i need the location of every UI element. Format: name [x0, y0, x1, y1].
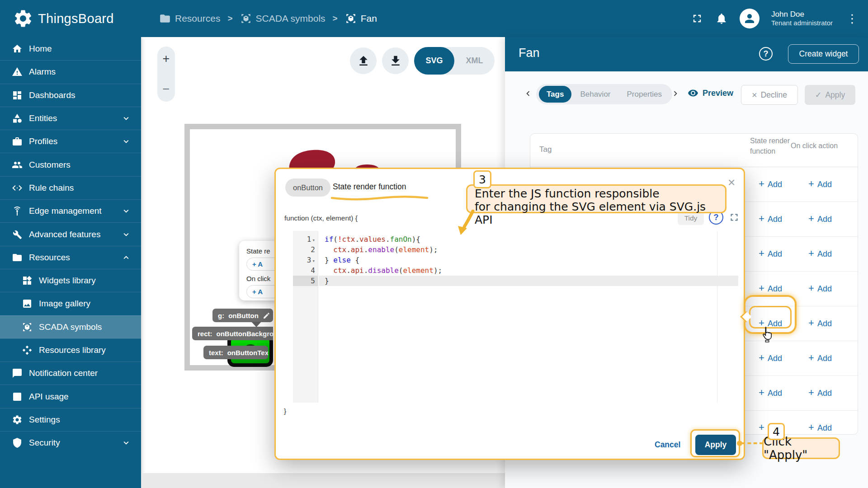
hand-cursor-icon [760, 326, 774, 343]
add-state-render-button[interactable]: +Add [748, 237, 793, 271]
fullscreen-icon[interactable] [691, 12, 703, 25]
plus-icon: + [808, 248, 814, 259]
tag-chip-rect[interactable]: rect: onButtonBackgrou [192, 327, 273, 340]
tab-tags[interactable]: Tags [539, 86, 571, 103]
cancel-button[interactable]: Cancel [655, 440, 680, 450]
sidebar-item-resources-library[interactable]: Resources library [0, 338, 141, 361]
add-state-render-button[interactable]: +Add [748, 202, 793, 236]
sidebar-item-entities[interactable]: Entities [0, 107, 141, 130]
chevron-up-icon [121, 253, 131, 263]
download-icon [389, 54, 402, 68]
add-on-click-button[interactable]: +Add [798, 376, 842, 410]
sidebar-item-alarms[interactable]: Alarms [0, 60, 141, 83]
closing-brace: } [284, 407, 286, 415]
preview-button[interactable]: Preview [688, 88, 733, 99]
plus-icon: + [759, 178, 764, 190]
upload-button[interactable] [350, 47, 377, 74]
sidebar-item-notification-center[interactable]: Notification center [0, 361, 141, 385]
add-state-render-button[interactable]: +Add [748, 167, 793, 202]
sidebar-item-settings[interactable]: Settings [0, 408, 141, 431]
tab-properties[interactable]: Properties [619, 86, 670, 103]
expand-editor-icon[interactable] [728, 211, 740, 223]
close-dialog-icon[interactable]: × [728, 176, 735, 189]
breadcrumb-separator: > [333, 14, 338, 23]
plus-icon: + [759, 282, 764, 294]
kebab-menu-icon[interactable]: ⋮ [844, 12, 860, 26]
plus-icon: + [759, 387, 764, 399]
sidebar-item-customers[interactable]: Customers [0, 153, 141, 176]
person-icon [743, 12, 756, 25]
sidebar-item-profiles[interactable]: Profiles [0, 130, 141, 153]
tabs-scroll-right-icon[interactable] [670, 88, 680, 99]
plus-icon: + [808, 387, 814, 399]
line-number: 3▾ [293, 255, 318, 265]
code-line: } [319, 276, 738, 286]
add-on-click-button[interactable]: +Add [798, 341, 842, 375]
apply-button-dialog[interactable]: Apply [695, 435, 736, 455]
add-on-click-button[interactable]: +Add [798, 272, 842, 306]
plus-icon: + [808, 282, 814, 294]
add-on-click-button[interactable]: +Add [798, 237, 842, 271]
sidebar-item-resources[interactable]: Resources [0, 246, 141, 269]
sidebar-item-home[interactable]: Home [0, 37, 141, 60]
fold-icon[interactable]: ▾ [312, 258, 315, 264]
tabs-scroll-left-icon[interactable] [523, 88, 533, 99]
upload-icon [357, 54, 370, 68]
tutorial-step-3-badge: 3 [473, 170, 491, 188]
add-state-render-button[interactable]: +Add [748, 341, 793, 375]
sidebar-item-image-gallery[interactable]: Image gallery [0, 292, 141, 315]
user-role: Tenant administrator [771, 19, 833, 28]
line-number: 1▾ [293, 234, 318, 244]
apply-button-toolbar[interactable]: ✓ Apply [805, 85, 855, 105]
sidebar-item-edge-management[interactable]: Edge management [0, 199, 141, 222]
user-name: John Doe [771, 9, 833, 19]
plus-icon: + [759, 213, 764, 225]
add-on-click-button[interactable]: +Add [798, 167, 842, 202]
decline-button[interactable]: × Decline [741, 85, 798, 105]
sidebar-item-scada-symbols[interactable]: SCADA symbols [0, 315, 141, 338]
check-icon: ✓ [815, 90, 822, 100]
sidebar-item-security[interactable]: Security [0, 431, 141, 454]
sidebar-item-rule-chains[interactable]: Rule chains [0, 176, 141, 199]
tag-chip-group[interactable]: g: onButton [212, 309, 273, 322]
add-state-render-button[interactable]: +Add [748, 272, 793, 306]
add-state-render-button[interactable]: +Add [748, 376, 793, 410]
function-signature: function (ctx, element) { [284, 214, 358, 222]
format-toggle: SVG XML [414, 47, 495, 75]
scada-icon [240, 13, 252, 24]
download-button[interactable] [382, 47, 409, 74]
add-on-click-button[interactable]: +Add [798, 411, 842, 435]
sidebar-item-widgets-library[interactable]: Widgets library [0, 269, 141, 292]
zoom-in-button[interactable]: + [163, 53, 170, 65]
tag-chip-text[interactable]: text: onButtonText [203, 346, 268, 359]
toggle-xml[interactable]: XML [454, 47, 495, 75]
sidebar-item-dashboards[interactable]: Dashboards [0, 84, 141, 107]
avatar[interactable] [740, 9, 760, 28]
toggle-svg[interactable]: SVG [414, 47, 454, 75]
help-icon[interactable]: ? [759, 47, 773, 61]
breadcrumb: Resources>SCADA symbols>Fan [159, 0, 377, 37]
chevron-down-icon [121, 113, 131, 123]
thingsboard-gear-logo-icon [13, 8, 33, 29]
zoom-out-button[interactable]: − [163, 83, 170, 95]
breadcrumb-item[interactable]: Resources [159, 13, 220, 24]
code-editor[interactable]: 1▾23▾45 if(!ctx.values.fanOn){ ctx.api.e… [293, 231, 738, 403]
fold-icon[interactable]: ▾ [312, 237, 315, 243]
add-on-click-button[interactable]: +Add [798, 306, 842, 341]
plus-icon: + [808, 352, 814, 364]
brand-logo[interactable]: ThingsBoard [13, 0, 114, 37]
user-info[interactable]: John Doe Tenant administrator [771, 9, 833, 28]
code-line: if(!ctx.values.fanOn){ [319, 234, 738, 244]
sidebar-item-api-usage[interactable]: API usage [0, 385, 141, 408]
add-on-click-button[interactable]: +Add [798, 202, 842, 236]
brand-name: ThingsBoard [38, 11, 114, 26]
notifications-bell-icon[interactable] [715, 12, 728, 25]
breadcrumb-item[interactable]: SCADA symbols [240, 13, 326, 24]
breadcrumb-item[interactable]: Fan [345, 13, 377, 24]
edit-pencil-icon[interactable] [263, 312, 270, 319]
sidebar-item-advanced-features[interactable]: Advanced features [0, 222, 141, 245]
tab-behavior[interactable]: Behavior [572, 86, 618, 103]
gear-icon [12, 414, 23, 425]
title-marker-underline [330, 195, 429, 201]
create-widget-button[interactable]: Create widget [788, 44, 859, 64]
